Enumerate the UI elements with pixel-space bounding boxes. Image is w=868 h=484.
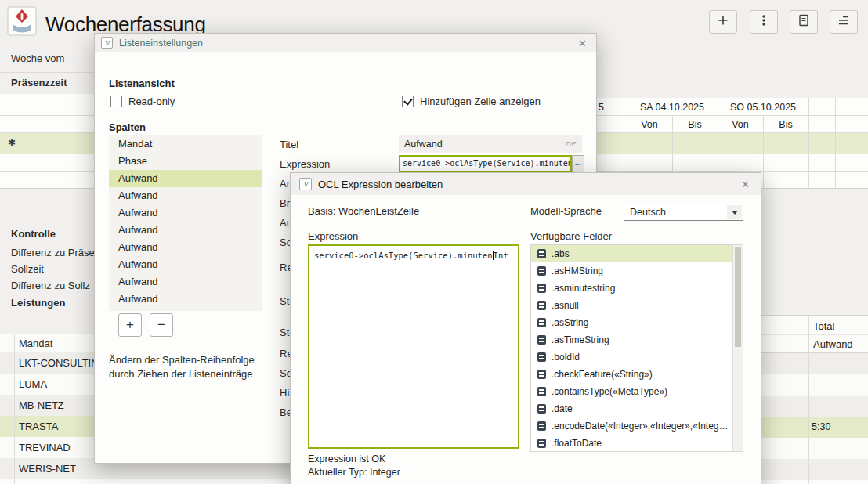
column-item[interactable]: Aufwand: [109, 239, 262, 256]
read-only-checkbox[interactable]: Read-only: [110, 96, 175, 107]
praesenz-grid-left: ✱: [0, 94, 94, 189]
list-lines-icon: [837, 13, 851, 31]
field-icon: [537, 404, 546, 414]
column-item[interactable]: Aufwand: [109, 187, 262, 204]
app-logo-icon: [7, 6, 37, 36]
titel-value: Aufwand: [404, 139, 443, 150]
ocl-field-item[interactable]: .date: [531, 400, 743, 417]
dialog-title: Listeneinstellungen: [119, 38, 203, 49]
column-item[interactable]: Aufwand: [109, 204, 262, 222]
vertec-logo-icon: v: [101, 37, 113, 49]
field-name: .checkFeature(«String»): [552, 369, 653, 380]
titel-input[interactable]: Aufwand DE: [399, 135, 582, 153]
column-item[interactable]: Phase: [109, 153, 262, 170]
table-row-total: 5:30: [761, 417, 868, 438]
field-icon: [537, 421, 546, 431]
day-header: SO 05.10.2025: [718, 102, 808, 113]
dialog-titlebar[interactable]: v OCL Expression bearbeiten ✕: [291, 173, 761, 195]
reorder-hint-line2: durch Ziehen der Listeneinträge: [109, 368, 253, 380]
ocl-field-item[interactable]: .checkFeature(«String»): [531, 366, 743, 383]
bis-header: Bis: [763, 119, 808, 130]
table-row-total: [761, 396, 868, 417]
model-language-label: Modell-Sprache: [530, 205, 602, 217]
field-icon: [537, 387, 546, 396]
kontrolle-label: Kontrolle: [11, 228, 56, 240]
table-row-total: [761, 374, 868, 396]
ocl-field-item[interactable]: .boldId: [531, 349, 743, 366]
ocl-field-item[interactable]: .asString: [531, 314, 743, 331]
dialog-ocl-expression: v OCL Expression bearbeiten ✕ Basis: Woc…: [290, 172, 761, 484]
reorder-hint-line1: Ändern der Spalten-Reihenfolge: [109, 354, 255, 366]
scrollbar-thumb[interactable]: [735, 247, 741, 347]
column-item[interactable]: Aufwand: [109, 273, 262, 291]
status-current-type: Aktueller Typ: Integer: [308, 467, 400, 478]
add-row-checkbox[interactable]: Hinzufügen Zeile anzeigen: [402, 96, 541, 107]
new-row-marker-icon: ✱: [8, 137, 16, 148]
list-view-button[interactable]: [830, 10, 858, 34]
ocl-field-item[interactable]: .asminutestring: [531, 280, 743, 297]
column-item[interactable]: Aufwand: [109, 256, 262, 273]
ocl-field-item[interactable]: .containsType(«MetaType»): [531, 383, 743, 400]
field-icon: [537, 352, 546, 362]
expression-input[interactable]: service0->oclAsType(Service).minutenIn: [399, 155, 572, 172]
new-entry-row[interactable]: ✱: [0, 132, 94, 154]
table-row-total: [761, 353, 868, 374]
total-rows: 5:30: [761, 353, 868, 484]
differenz-soll-label: Differenz zu Sollz: [11, 280, 90, 291]
dialog-titlebar[interactable]: v Listeneinstellungen ✕: [95, 34, 596, 52]
checkbox-box[interactable]: [110, 96, 122, 107]
aufwand-header: Aufwand: [813, 338, 853, 350]
expression-text: Int: [494, 251, 508, 260]
status-expression-ok: Expression ist OK: [308, 453, 385, 464]
ocl-field-item[interactable]: .asTimeString: [531, 331, 743, 349]
section-spalten: Spalten: [109, 121, 146, 133]
scrollbar[interactable]: [732, 245, 743, 451]
ocl-field-item[interactable]: .floatToDate: [531, 435, 743, 452]
field-icon: [537, 335, 546, 345]
field-name: .date: [552, 403, 573, 414]
column-item[interactable]: Aufwand: [109, 222, 262, 239]
more-options-button[interactable]: [750, 10, 778, 34]
model-language-select[interactable]: Deutsch: [624, 204, 743, 221]
partial-date-cell: 5: [599, 102, 604, 113]
ocl-field-item[interactable]: .asnull: [531, 297, 743, 314]
column-item[interactable]: Mandat: [109, 135, 262, 153]
chevron-down-icon[interactable]: [727, 205, 742, 219]
field-name: .floatToDate: [552, 438, 602, 449]
section-listenansicht: Listenansicht: [109, 78, 175, 89]
column-item[interactable]: Aufwand: [109, 170, 262, 187]
ocl-field-item[interactable]: .abs: [531, 245, 743, 262]
ocl-field-item[interactable]: .asHMString: [531, 262, 743, 280]
new-entry-row[interactable]: [597, 132, 868, 154]
field-name: .containsType(«MetaType»): [552, 386, 667, 397]
totals-table: Total Aufwand 5:30: [761, 315, 868, 484]
add-column-button[interactable]: +: [118, 313, 142, 337]
ocl-expression-textarea[interactable]: service0->oclAsType(Service).minutenInt: [308, 244, 519, 449]
remove-column-button[interactable]: −: [150, 313, 173, 337]
field-icon: [537, 439, 546, 448]
report-button[interactable]: [790, 10, 818, 34]
total-value: 5:30: [812, 417, 830, 438]
bis-header: Bis: [672, 119, 718, 130]
kebab-menu-icon: [757, 13, 771, 31]
checkbox-box[interactable]: [402, 96, 414, 107]
field-icon: [537, 318, 546, 327]
app-window: Wochenerfassung Woche vom Präsenzzeit: [0, 0, 868, 484]
titel-label: Titel: [280, 139, 298, 150]
table-row-total: [761, 459, 868, 480]
close-icon[interactable]: ✕: [741, 179, 750, 190]
expression-more-button[interactable]: ...: [572, 155, 584, 172]
dialog-title: OCL Expression bearbeiten: [318, 179, 443, 190]
add-button[interactable]: [709, 10, 737, 34]
field-icon: [537, 284, 546, 293]
ocl-field-item[interactable]: .encodeDate(«Integer»,«Integer»,«Integ…: [531, 417, 743, 435]
close-icon[interactable]: ✕: [578, 37, 587, 49]
available-fields-label: Verfügbare Felder: [530, 230, 612, 242]
field-icon: [537, 301, 546, 310]
plus-icon: [716, 13, 730, 31]
column-item[interactable]: Aufwand: [109, 291, 262, 308]
expression-text: service0->oclAsType(Service).minuten: [314, 251, 493, 260]
table-row-total: [761, 438, 868, 459]
ocl-fields-list: .abs.asHMString.asminutestring.asnull.as…: [530, 244, 743, 452]
expression-label: Expression: [280, 158, 330, 170]
